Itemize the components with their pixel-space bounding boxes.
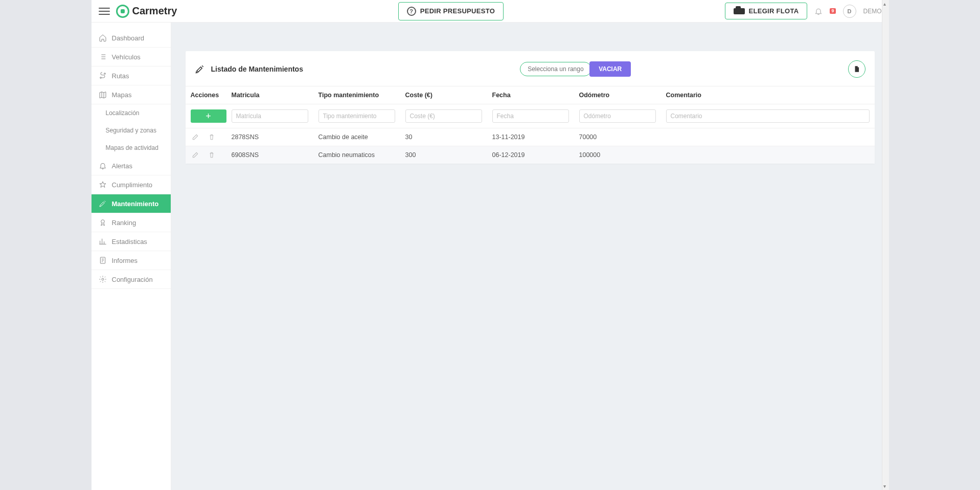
sidebar-item-label: Ranking — [112, 219, 136, 227]
scrollbar[interactable]: ▴ ▾ — [882, 0, 889, 490]
sidebar-item-label: Mantenimiento — [112, 200, 159, 208]
star-icon — [99, 181, 107, 189]
svg-point-0 — [100, 77, 101, 79]
sidebar-item-label: Informes — [112, 257, 138, 264]
sidebar-item-label: Vehículos — [112, 53, 141, 61]
list-icon — [99, 53, 107, 61]
report-icon — [99, 256, 107, 264]
table-row: 2878SNSCambio de aceite3013-11-201970000 — [186, 128, 875, 146]
sidebar-item-vehiculos[interactable]: Vehículos — [92, 48, 171, 66]
sidebar-item-label: Rutas — [112, 72, 129, 80]
delete-icon[interactable] — [208, 151, 215, 159]
notification-badge: 9 — [830, 8, 835, 14]
sidebar-item-ranking[interactable]: Ranking — [92, 213, 171, 232]
topbar: Carmetry ? PEDIR PRESUPUESTO ELEGIR FLOT… — [92, 0, 889, 23]
choose-fleet-label: ELEGIR FLOTA — [749, 7, 799, 15]
panel-header: Listado de Mantenimientos VACIAR — [186, 51, 875, 86]
route-icon — [99, 72, 107, 80]
cell-fecha: 06-12-2019 — [487, 146, 574, 164]
sidebar-item-label: Cumplimiento — [112, 181, 152, 189]
request-budget-button[interactable]: ? PEDIR PRESUPUESTO — [398, 2, 504, 20]
table-filter-row: + — [186, 104, 875, 128]
th-odometro[interactable]: Odómetro — [574, 86, 661, 104]
th-tipo[interactable]: Tipo mantenimiento — [313, 86, 400, 104]
main-content: Listado de Mantenimientos VACIAR — [171, 23, 889, 490]
th-comentario[interactable]: Comentario — [661, 86, 875, 104]
cell-fecha: 13-11-2019 — [487, 128, 574, 146]
sidebar-item-label: Localización — [106, 109, 140, 117]
home-icon — [99, 34, 107, 42]
wrench-icon — [195, 64, 205, 74]
sidebar-item-label: Estadisticas — [112, 238, 147, 246]
sidebar-item-label: Mapas — [112, 91, 132, 99]
sidebar-item-localizacion[interactable]: Localización — [92, 104, 171, 122]
sidebar-item-cumplimiento[interactable]: Cumplimiento — [92, 175, 171, 194]
svg-point-1 — [104, 73, 105, 75]
sidebar-item-label: Mapas de actividad — [106, 144, 158, 151]
sidebar-item-dashboard[interactable]: Dashboard — [92, 29, 171, 48]
th-matricula[interactable]: Matricula — [226, 86, 313, 104]
brand-name: Carmetry — [132, 5, 177, 17]
sidebar-item-label: Dashboard — [112, 34, 145, 42]
panel-title: Listado de Mantenimientos — [195, 64, 303, 74]
sidebar-item-informes[interactable]: Informes — [92, 251, 171, 270]
download-file-icon — [853, 65, 860, 73]
sidebar-item-label: Alertas — [112, 162, 132, 170]
th-fecha[interactable]: Fecha — [487, 86, 574, 104]
choose-fleet-button[interactable]: ELEGIR FLOTA — [725, 3, 808, 19]
edit-icon[interactable] — [192, 151, 199, 159]
logo-mark-icon — [116, 5, 129, 18]
scroll-up-icon[interactable]: ▴ — [883, 1, 886, 7]
cell-matricula: 2878SNS — [226, 128, 313, 146]
user-label: DEMO — [863, 8, 882, 15]
sidebar-item-seguridad[interactable]: Seguridad y zonas — [92, 122, 171, 139]
cell-tipo: Cambio de aceite — [313, 128, 400, 146]
table-header-row: Acciones Matricula Tipo mantenimiento Co… — [186, 86, 875, 104]
date-range-input[interactable] — [520, 62, 591, 76]
delete-icon[interactable] — [208, 133, 215, 141]
sidebar: DashboardVehículosRutasMapasLocalización… — [92, 23, 171, 490]
add-row-button[interactable]: + — [191, 109, 226, 123]
svg-point-4 — [102, 278, 104, 280]
sidebar-item-alertas[interactable]: Alertas — [92, 157, 171, 175]
avatar[interactable]: D — [843, 5, 856, 18]
medal-icon — [99, 218, 107, 227]
menu-toggle-button[interactable] — [99, 6, 110, 17]
edit-icon[interactable] — [192, 133, 199, 141]
cell-coste: 300 — [400, 146, 487, 164]
filter-matricula[interactable] — [232, 109, 308, 123]
cell-coste: 30 — [400, 128, 487, 146]
sidebar-item-actividad[interactable]: Mapas de actividad — [92, 139, 171, 157]
sidebar-item-rutas[interactable]: Rutas — [92, 66, 171, 85]
sidebar-item-mapas[interactable]: Mapas — [92, 85, 171, 104]
sidebar-item-estadisticas[interactable]: Estadisticas — [92, 232, 171, 251]
cell-odometro: 100000 — [574, 146, 661, 164]
table-row: 6908SNSCambio neumaticos30006-12-2019100… — [186, 146, 875, 164]
scroll-down-icon[interactable]: ▾ — [883, 483, 886, 489]
bell-icon — [99, 162, 107, 170]
th-coste[interactable]: Coste (€) — [400, 86, 487, 104]
panel-title-text: Listado de Mantenimientos — [211, 65, 303, 73]
svg-point-2 — [101, 220, 104, 224]
sidebar-item-mantenimiento[interactable]: Mantenimiento — [92, 194, 171, 213]
sidebar-item-configuracion[interactable]: Configuración — [92, 270, 171, 289]
cell-odometro: 70000 — [574, 128, 661, 146]
th-acciones[interactable]: Acciones — [186, 86, 226, 104]
filter-comentario[interactable] — [666, 109, 870, 123]
map-icon — [99, 91, 107, 99]
filter-tipo[interactable] — [318, 109, 395, 123]
notifications-button[interactable] — [814, 7, 823, 15]
help-circle-icon: ? — [407, 7, 416, 16]
cell-matricula: 6908SNS — [226, 146, 313, 164]
filter-odometro[interactable] — [579, 109, 656, 123]
cell-tipo: Cambio neumaticos — [313, 146, 400, 164]
brand-logo[interactable]: Carmetry — [116, 5, 177, 18]
download-button[interactable] — [848, 60, 865, 78]
maintenance-table: Acciones Matricula Tipo mantenimiento Co… — [186, 86, 875, 164]
clear-button[interactable]: VACIAR — [589, 61, 631, 77]
chart-icon — [99, 237, 107, 246]
filter-coste[interactable] — [405, 109, 482, 123]
maintenance-panel: Listado de Mantenimientos VACIAR — [186, 51, 875, 164]
filter-fecha[interactable] — [492, 109, 569, 123]
car-icon — [734, 8, 745, 14]
